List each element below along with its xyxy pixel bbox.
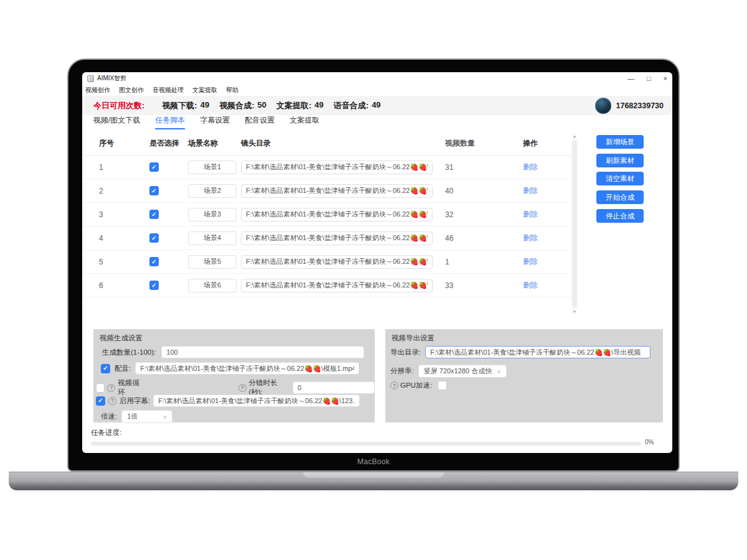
help-icon[interactable]: ?	[390, 381, 398, 390]
header-video-count: 视频数量	[445, 138, 523, 149]
delete-link[interactable]: 删除	[523, 233, 538, 242]
voice-path-input[interactable]	[135, 362, 359, 375]
table-row: 6 ✓ 33 删除	[82, 274, 573, 297]
table-row: 4 ✓ 46 删除	[82, 226, 573, 250]
menu-item[interactable]: 帮助	[226, 86, 238, 95]
delete-link[interactable]: 删除	[523, 186, 538, 195]
menu-item[interactable]: 音视频处理	[153, 86, 184, 95]
loop-checkbox[interactable]: ✓	[96, 383, 105, 393]
shot-duration-input[interactable]	[293, 381, 375, 394]
delete-link[interactable]: 删除	[523, 162, 538, 171]
task-progress-bar	[91, 442, 641, 446]
scene-name-input[interactable]	[188, 231, 237, 245]
quantity-label: 生成数量(1-100):	[102, 348, 156, 357]
shot-directory-input[interactable]	[241, 255, 433, 269]
table-row: 5 ✓ 1 删除	[82, 250, 573, 274]
speed-select[interactable]: 1倍 ∨	[121, 410, 172, 423]
shot-directory-input[interactable]	[241, 279, 433, 292]
menu-item[interactable]: 文案提取	[192, 86, 217, 95]
shot-directory-input[interactable]	[241, 184, 433, 198]
quota-stat: 语音合成: 49	[334, 100, 381, 111]
video-count: 32	[445, 210, 523, 219]
close-icon[interactable]: ×	[664, 75, 667, 82]
help-icon[interactable]: ?	[108, 397, 116, 405]
clear-material-button[interactable]: 清空素材	[596, 172, 644, 185]
laptop-screen: AIMIX智剪 — □ × 视频创作图文创作音视频处理文案提取帮助 今日可用次数…	[67, 58, 680, 472]
tab[interactable]: 任务脚本	[155, 115, 185, 129]
resolution-select[interactable]: 竖屏 720x1280 合成快 ∨	[418, 365, 507, 378]
row-select-checkbox[interactable]: ✓	[149, 257, 159, 266]
table-row: 2 ✓ 40 删除	[82, 179, 573, 203]
scene-name-input[interactable]	[188, 184, 237, 198]
add-scene-button[interactable]: 新增场景	[596, 135, 644, 149]
delete-link[interactable]: 删除	[523, 210, 538, 218]
voice-checkbox[interactable]: ✓	[101, 364, 110, 373]
laptop-base-bottom	[9, 482, 738, 490]
header-selected: 是否选择	[149, 138, 188, 149]
row-select-checkbox[interactable]: ✓	[149, 281, 159, 290]
scene-name-input[interactable]	[188, 161, 237, 174]
tab[interactable]: 文案提取	[289, 115, 319, 128]
gpu-checkbox[interactable]: ✓	[438, 381, 447, 390]
shot-directory-input[interactable]	[241, 231, 433, 245]
row-select-checkbox[interactable]: ✓	[149, 162, 159, 172]
speed-value: 1倍	[127, 412, 138, 421]
minimize-icon[interactable]: —	[627, 75, 634, 82]
macbook-logo: MacBook	[68, 457, 679, 466]
header-index: 序号	[99, 138, 149, 149]
subtitle-checkbox[interactable]: ✓	[96, 396, 105, 406]
quota-label: 今日可用次数:	[93, 100, 144, 111]
delete-link[interactable]: 删除	[523, 257, 538, 266]
help-icon[interactable]: ?	[238, 384, 247, 392]
start-compose-button[interactable]: 开始合成	[596, 190, 644, 204]
menu-bar: 视频创作图文创作音视频处理文案提取帮助	[82, 85, 672, 96]
menu-item[interactable]: 图文创作	[119, 86, 144, 95]
scroll-down-icon[interactable]: ▼	[571, 310, 578, 314]
app-icon	[87, 75, 94, 82]
menu-item[interactable]: 视频创作	[85, 86, 110, 95]
panel-title: 视频导出设置	[392, 334, 435, 343]
quantity-input[interactable]	[161, 346, 364, 358]
help-icon[interactable]: ?	[107, 384, 115, 392]
quota-stat-label: 文案提取:	[276, 100, 311, 111]
header-actions: 操作	[523, 138, 573, 149]
quota-stat-label: 视频下载:	[162, 100, 197, 111]
stop-compose-button[interactable]: 停止合成	[596, 209, 644, 223]
tab[interactable]: 字幕设置	[200, 115, 230, 128]
refresh-material-button[interactable]: 刷新素材	[596, 154, 644, 167]
video-count: 33	[445, 281, 523, 290]
window-title: AIMIX智剪	[97, 74, 126, 83]
scene-name-input[interactable]	[188, 255, 237, 269]
resolution-value: 竖屏 720x1280 合成快	[424, 366, 492, 376]
quota-stat-value: 50	[258, 100, 266, 111]
quota-stat-value: 49	[314, 100, 323, 111]
quota-bar: 今日可用次数: 视频下载: 49 视频合成: 50 文案提取: 49 语音合成:…	[82, 96, 672, 115]
tab[interactable]: 配音设置	[245, 115, 275, 128]
delete-link[interactable]: 删除	[523, 281, 538, 289]
subtitle-path-input[interactable]	[153, 394, 360, 407]
export-dir-input[interactable]	[425, 346, 651, 358]
avatar[interactable]	[595, 98, 611, 114]
row-select-checkbox[interactable]: ✓	[149, 210, 159, 219]
row-select-checkbox[interactable]: ✓	[149, 186, 159, 195]
scene-name-input[interactable]	[188, 279, 237, 292]
maximize-icon[interactable]: □	[647, 75, 651, 82]
export-dir-label: 导出目录:	[390, 348, 421, 357]
row-index: 1	[99, 163, 149, 172]
shot-directory-input[interactable]	[241, 208, 433, 222]
row-select-checkbox[interactable]: ✓	[149, 233, 159, 243]
table-scrollbar[interactable]: ▲ ▼	[571, 133, 578, 315]
scroll-up-icon[interactable]: ▲	[571, 134, 578, 138]
scene-name-input[interactable]	[188, 208, 237, 222]
tab-bar: 视频/图文下载任务脚本字幕设置配音设置文案提取	[82, 115, 672, 132]
task-progress-percent: 0%	[645, 439, 654, 446]
tab[interactable]: 视频/图文下载	[93, 115, 140, 128]
video-count: 46	[445, 234, 523, 243]
row-index: 4	[99, 234, 149, 243]
resolution-label: 分辨率:	[390, 366, 414, 376]
scrollbar-thumb[interactable]	[572, 141, 577, 307]
chevron-down-icon: ∨	[497, 368, 501, 375]
shot-directory-input[interactable]	[241, 161, 433, 174]
table-row: 1 ✓ 31 删除	[82, 156, 573, 179]
table-row: 3 ✓ 32 删除	[82, 203, 573, 226]
